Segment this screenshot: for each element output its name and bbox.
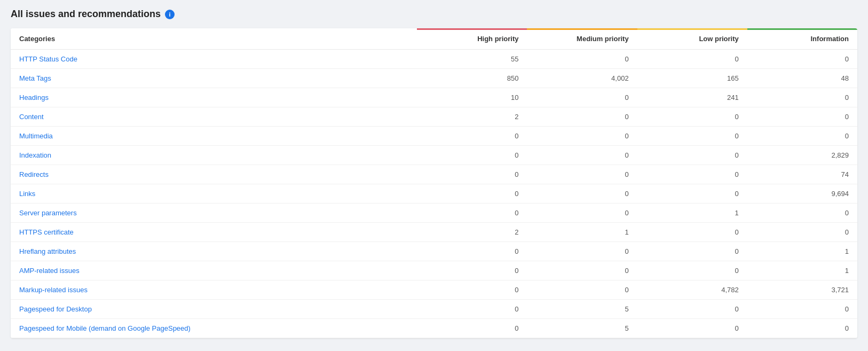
page-title-row: All issues and recommendations i (11, 9, 857, 20)
issues-table-container: Categories High priority Medium priority… (11, 28, 857, 338)
table-row: Meta Tags8504,00216548 (11, 69, 857, 88)
table-row: Headings1002410 (11, 88, 857, 107)
cell-category: Pagespeed for Mobile (demand on Google P… (11, 319, 417, 338)
table-row: Markup-related issues004,7823,721 (11, 280, 857, 300)
table-row: AMP-related issues0001 (11, 261, 857, 280)
category-link[interactable]: AMP-related issues (19, 267, 80, 275)
table-row: Indexation0002,829 (11, 146, 857, 165)
table-row: HTTP Status Code55000 (11, 50, 857, 69)
page-title: All issues and recommendations (11, 9, 161, 20)
cell-medium: 1 (527, 223, 637, 242)
cell-medium: 0 (527, 146, 637, 165)
cell-low: 1 (637, 204, 747, 223)
cell-medium: 0 (527, 88, 637, 107)
category-link[interactable]: Markup-related issues (19, 286, 88, 294)
cell-low: 0 (637, 261, 747, 280)
category-link[interactable]: Meta Tags (19, 74, 51, 82)
table-row: Server parameters0010 (11, 204, 857, 223)
cell-high: 0 (417, 204, 527, 223)
category-link[interactable]: HTTP Status Code (19, 55, 77, 63)
category-link[interactable]: Pagespeed for Desktop (19, 305, 92, 313)
info-icon[interactable]: i (165, 10, 175, 19)
cell-medium: 4,002 (527, 69, 637, 88)
cell-medium: 5 (527, 300, 637, 319)
cell-info: 0 (747, 107, 857, 127)
cell-low: 0 (637, 146, 747, 165)
category-link[interactable]: Multimedia (19, 132, 53, 140)
cell-medium: 0 (527, 127, 637, 146)
cell-medium: 0 (527, 242, 637, 261)
cell-medium: 5 (527, 319, 637, 338)
cell-medium: 0 (527, 261, 637, 280)
cell-info: 0 (747, 127, 857, 146)
cell-medium: 0 (527, 50, 637, 69)
cell-high: 55 (417, 50, 527, 69)
cell-medium: 0 (527, 107, 637, 127)
cell-high: 0 (417, 165, 527, 184)
cell-info: 0 (747, 300, 857, 319)
col-header-low: Low priority (637, 28, 747, 50)
col-header-info: Information (747, 28, 857, 50)
cell-high: 0 (417, 127, 527, 146)
cell-info: 0 (747, 50, 857, 69)
category-link[interactable]: Content (19, 113, 44, 121)
cell-info: 48 (747, 69, 857, 88)
cell-category: Links (11, 184, 417, 204)
cell-category: Multimedia (11, 127, 417, 146)
table-row: Multimedia0000 (11, 127, 857, 146)
cell-medium: 0 (527, 280, 637, 300)
cell-info: 2,829 (747, 146, 857, 165)
cell-high: 0 (417, 300, 527, 319)
category-link[interactable]: Hreflang attributes (19, 247, 76, 255)
category-link[interactable]: Links (19, 190, 35, 198)
cell-info: 1 (747, 261, 857, 280)
cell-low: 0 (637, 242, 747, 261)
cell-high: 0 (417, 280, 527, 300)
cell-high: 2 (417, 223, 527, 242)
cell-info: 0 (747, 88, 857, 107)
cell-info: 1 (747, 242, 857, 261)
cell-low: 0 (637, 50, 747, 69)
cell-category: Indexation (11, 146, 417, 165)
cell-info: 3,721 (747, 280, 857, 300)
category-link[interactable]: Redirects (19, 170, 49, 178)
cell-low: 0 (637, 184, 747, 204)
table-row: HTTPS certificate2100 (11, 223, 857, 242)
category-link[interactable]: Headings (19, 93, 49, 102)
cell-high: 0 (417, 184, 527, 204)
cell-high: 0 (417, 319, 527, 338)
cell-low: 0 (637, 300, 747, 319)
cell-high: 0 (417, 242, 527, 261)
cell-high: 10 (417, 88, 527, 107)
cell-info: 74 (747, 165, 857, 184)
table-row: Pagespeed for Mobile (demand on Google P… (11, 319, 857, 338)
cell-category: Headings (11, 88, 417, 107)
category-link[interactable]: HTTPS certificate (19, 228, 74, 236)
cell-medium: 0 (527, 204, 637, 223)
cell-category: Markup-related issues (11, 280, 417, 300)
cell-info: 0 (747, 204, 857, 223)
cell-category: HTTP Status Code (11, 50, 417, 69)
cell-high: 0 (417, 261, 527, 280)
issues-table: Categories High priority Medium priority… (11, 28, 857, 338)
cell-medium: 0 (527, 184, 637, 204)
cell-category: Content (11, 107, 417, 127)
cell-low: 241 (637, 88, 747, 107)
cell-info: 9,694 (747, 184, 857, 204)
cell-info: 0 (747, 223, 857, 242)
table-row: Redirects00074 (11, 165, 857, 184)
cell-high: 2 (417, 107, 527, 127)
cell-category: HTTPS certificate (11, 223, 417, 242)
category-link[interactable]: Server parameters (19, 209, 77, 217)
table-row: Content2000 (11, 107, 857, 127)
cell-medium: 0 (527, 165, 637, 184)
table-row: Pagespeed for Desktop0500 (11, 300, 857, 319)
table-row: Links0009,694 (11, 184, 857, 204)
col-header-medium: Medium priority (527, 28, 637, 50)
page-wrapper: All issues and recommendations i Categor… (0, 0, 868, 351)
cell-low: 0 (637, 165, 747, 184)
cell-category: Pagespeed for Desktop (11, 300, 417, 319)
table-body: HTTP Status Code55000Meta Tags8504,00216… (11, 50, 857, 338)
category-link[interactable]: Pagespeed for Mobile (demand on Google P… (19, 324, 191, 332)
category-link[interactable]: Indexation (19, 151, 51, 159)
